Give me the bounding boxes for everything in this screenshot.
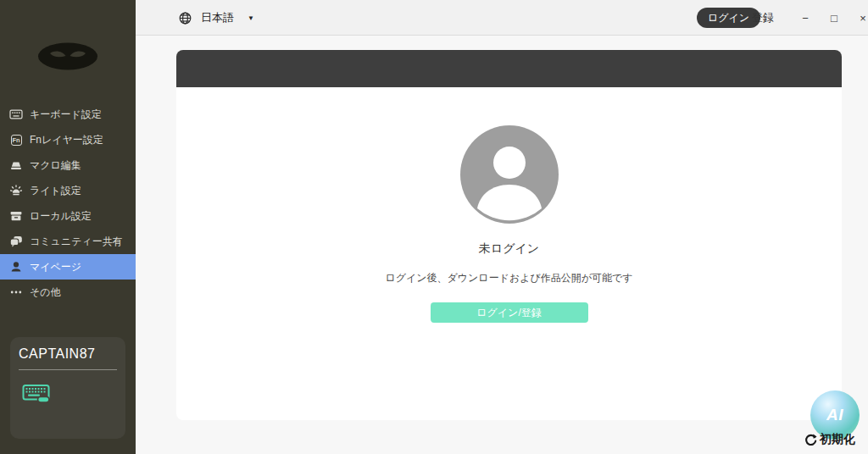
sidebar-item-label: コミュニティー共有 <box>30 235 123 249</box>
keyboard-device-icon <box>22 384 53 406</box>
ai-badge-label: AI <box>826 406 843 424</box>
app-window: キーボード設定 Fn Fnレイヤー設定 マクロ編集 <box>0 0 868 454</box>
refresh-icon <box>804 434 817 446</box>
register-button[interactable]: 登録 <box>752 0 774 36</box>
avatar <box>460 125 559 224</box>
panel-body: 未ログイン ログイン後、ダウンロードおよび作品公開が可能です ログイン/登録 <box>176 87 842 420</box>
reset-label: 初期化 <box>820 432 855 447</box>
macro-icon <box>9 158 23 172</box>
sidebar-item-label: ローカル設定 <box>30 209 92 224</box>
language-label: 日本語 <box>201 10 234 25</box>
topbar: 日本語 ▼ ログイン 登録 − □ × <box>136 0 868 36</box>
sidebar-item-label: Fnレイヤー設定 <box>30 133 103 147</box>
divider <box>19 369 117 370</box>
login-hint-text: ログイン後、ダウンロードおよび作品公開が可能です <box>385 271 632 285</box>
login-register-button[interactable]: ログイン/登録 <box>431 302 588 323</box>
fn-layer-icon: Fn <box>9 133 23 147</box>
sidebar-item-label: キーボード設定 <box>30 108 102 122</box>
sidebar-item-my-page[interactable]: マイページ <box>0 254 136 280</box>
panel-header-banner <box>176 50 842 87</box>
archive-box-icon <box>9 209 23 223</box>
login-status-text: 未ログイン <box>479 241 539 257</box>
mask-logo-icon <box>37 42 98 70</box>
sidebar-item-light-settings[interactable]: ライト設定 <box>0 178 136 203</box>
sidebar: キーボード設定 Fn Fnレイヤー設定 マクロ編集 <box>0 0 136 454</box>
minimize-button[interactable]: − <box>799 12 811 25</box>
sidebar-item-community-share[interactable]: コミュニティー共有 <box>0 229 136 254</box>
keyboard-icon <box>9 108 23 121</box>
device-name: CAPTAIN87 <box>10 337 125 362</box>
sidebar-item-label: マイページ <box>30 260 81 274</box>
close-button[interactable]: × <box>857 12 868 25</box>
sidebar-item-label: ライト設定 <box>30 184 81 198</box>
sidebar-item-others[interactable]: その他 <box>0 280 136 305</box>
sidebar-item-keyboard-settings[interactable]: キーボード設定 <box>0 102 136 127</box>
sidebar-item-label: マクロ編集 <box>30 158 81 173</box>
login-button[interactable]: ログイン <box>697 8 760 28</box>
chat-bubbles-icon <box>9 235 23 248</box>
language-selector[interactable]: 日本語 ▼ <box>179 0 254 36</box>
maximize-button[interactable]: □ <box>828 12 840 25</box>
sidebar-item-fn-layer-settings[interactable]: Fn Fnレイヤー設定 <box>0 127 136 152</box>
sidebar-item-label: その他 <box>30 285 61 300</box>
sidebar-item-local-settings[interactable]: ローカル設定 <box>0 203 136 229</box>
reset-button[interactable]: 初期化 <box>804 432 855 447</box>
sidebar-menu: キーボード設定 Fn Fnレイヤー設定 マクロ編集 <box>0 102 136 305</box>
light-icon <box>9 184 23 197</box>
my-page-panel: 未ログイン ログイン後、ダウンロードおよび作品公開が可能です ログイン/登録 <box>176 50 842 420</box>
sidebar-item-macro-edit[interactable]: マクロ編集 <box>0 152 136 178</box>
window-controls: − □ × <box>799 0 868 36</box>
chevron-down-icon: ▼ <box>248 14 254 22</box>
more-dots-icon <box>9 285 23 299</box>
device-card: CAPTAIN87 <box>10 337 125 439</box>
globe-icon <box>179 12 192 25</box>
user-icon <box>9 260 23 274</box>
